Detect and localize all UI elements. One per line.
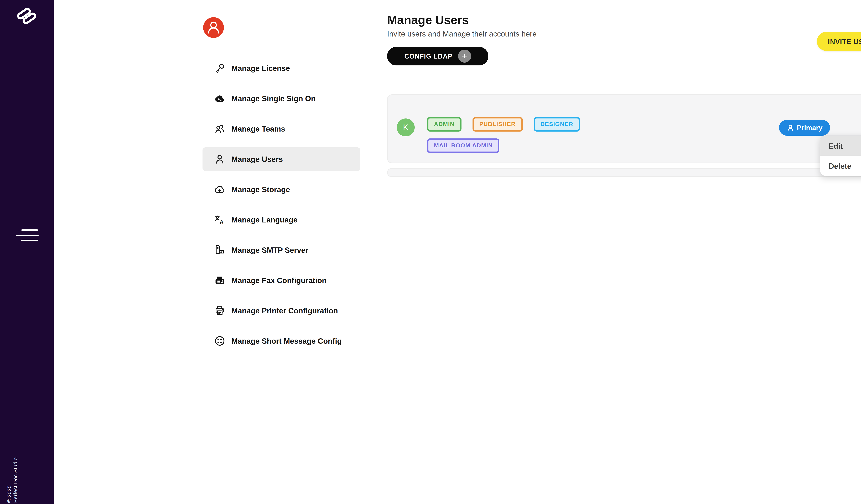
nav-item-manage-short-message-config[interactable]: Manage Short Message Config [203,329,360,353]
printer-icon [214,305,225,316]
primary-user-button[interactable]: Primary [779,120,830,136]
nav-item-manage-single-sign-on[interactable]: Manage Single Sign On [203,87,360,110]
cloud-upload-icon [214,183,225,195]
nav-item-label: Manage Teams [231,125,285,133]
primary-label: Primary [797,124,823,132]
role-badge-publisher: PUBLISHER [472,117,522,131]
copyright-year: © 2025 [6,457,12,503]
nav-item-label: Manage Short Message Config [231,337,342,345]
sidebar: © 2025 Perfect Doc Studio [0,0,54,504]
invite-user-button[interactable]: INVITE USER [817,32,861,51]
nav-item-label: Manage Language [231,216,298,224]
nav-item-manage-license[interactable]: Manage License [203,56,360,80]
key-icon [214,62,225,74]
nav-item-manage-fax-configuration[interactable]: Manage Fax Configuration [203,269,360,292]
user-icon [214,153,225,165]
user-row-card-partial [387,168,861,177]
nav-item-label: Manage SMTP Server [231,246,309,254]
nav-item-label: Manage Single Sign On [231,94,316,103]
config-ldap-button[interactable]: CONFIG LDAP + [387,47,488,65]
context-menu-item-edit[interactable]: Edit [820,136,861,156]
nav-item-manage-storage[interactable]: Manage Storage [203,178,360,201]
page-subtitle: Invite users and Manage their accounts h… [387,30,536,38]
nav-item-label: Manage Storage [231,185,290,193]
message-config-icon [214,335,225,347]
context-menu: Edit Delete [820,136,861,176]
nav-item-manage-users[interactable]: Manage Users [203,147,360,171]
role-badges-row: ADMIN PUBLISHER DESIGNER [427,117,580,131]
role-badges-row: MAIL ROOM ADMIN [427,138,500,152]
translate-icon: A [214,214,225,226]
person-icon [787,124,794,132]
nav-item-manage-printer-configuration[interactable]: Manage Printer Configuration [203,299,360,322]
copyright-text: © 2025 Perfect Doc Studio [6,457,18,503]
role-badge-admin: ADMIN [427,117,461,131]
page-title: Manage Users [387,13,469,28]
config-ldap-label: CONFIG LDAP [404,52,452,60]
fax-icon [214,274,225,286]
nav-item-manage-smtp-server[interactable]: Manage SMTP Server [203,238,360,262]
nav-item-manage-language[interactable]: A Manage Language [203,208,360,231]
plus-icon: + [458,50,471,63]
nav-item-label: Manage Fax Configuration [231,276,327,284]
user-avatar-initial: K [397,119,415,136]
role-badge-designer: DESIGNER [533,117,580,131]
hamburger-line [16,234,39,236]
nav-list: Manage License Manage Single Sign On Man… [203,56,360,359]
role-badge-mail-room-admin: MAIL ROOM ADMIN [427,138,500,152]
invite-user-label: INVITE USER [828,38,861,45]
menu-toggle-button[interactable] [16,229,39,241]
hamburger-line [21,240,38,241]
app-logo-icon[interactable] [14,4,39,29]
person-icon [203,17,224,38]
user-row-card: K ADMIN PUBLISHER DESIGNER MAIL ROOM ADM… [387,94,861,163]
app-window: © 2025 Perfect Doc Studio Manage License [0,0,861,504]
context-menu-item-delete[interactable]: Delete [820,156,861,176]
team-icon [214,123,225,135]
hamburger-line [21,229,38,231]
nav-item-manage-teams[interactable]: Manage Teams [203,117,360,140]
nav-item-label: Manage License [231,64,290,72]
server-icon [214,244,225,256]
nav-item-label: Manage Printer Configuration [231,307,338,315]
profile-avatar[interactable] [203,17,224,38]
nav-item-label: Manage Users [231,155,283,163]
cloud-key-icon [214,93,225,104]
svg-text:A: A [219,219,223,225]
copyright-brand: Perfect Doc Studio [12,457,18,503]
